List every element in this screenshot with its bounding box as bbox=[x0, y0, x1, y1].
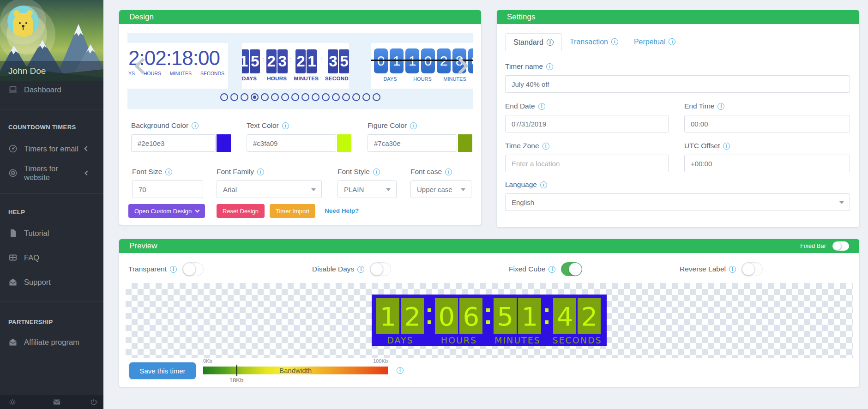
info-icon[interactable] bbox=[542, 143, 549, 150]
info-icon[interactable] bbox=[611, 38, 618, 45]
font-case-field: Font case Upper case bbox=[410, 167, 471, 198]
power-icon[interactable] bbox=[90, 398, 98, 406]
sidebar-item-faq[interactable]: FAQ bbox=[0, 247, 103, 268]
timer-design-slide-flip[interactable]: 15DAYS:23HOURS:21MINUTES:35SECONDS bbox=[242, 43, 349, 89]
carousel-dot[interactable] bbox=[251, 93, 259, 101]
countdown-group-label: SECONDS bbox=[552, 334, 602, 346]
info-icon[interactable] bbox=[729, 266, 736, 273]
transparent-toggle[interactable] bbox=[182, 262, 204, 276]
open-custom-design-button[interactable]: Open Custom Design bbox=[128, 204, 205, 218]
mail-icon[interactable] bbox=[53, 398, 61, 406]
tab-standard[interactable]: Standard bbox=[505, 33, 562, 51]
info-icon[interactable] bbox=[723, 143, 730, 150]
text-color-input[interactable] bbox=[247, 134, 336, 152]
carousel-dot[interactable] bbox=[291, 93, 299, 101]
carousel-dot[interactable] bbox=[312, 93, 319, 101]
utc-offset-field: UTC Offset bbox=[684, 141, 850, 172]
end-time-input[interactable] bbox=[684, 115, 850, 132]
tab-transaction[interactable]: Transaction bbox=[562, 33, 626, 51]
info-icon[interactable] bbox=[717, 103, 724, 110]
info-icon[interactable] bbox=[546, 63, 553, 70]
info-icon[interactable] bbox=[669, 38, 675, 45]
user-menu[interactable]: John Doe bbox=[0, 61, 103, 81]
design-carousel: 2:02:18:00 YS HOURS MINUTES SECONDS 15DA… bbox=[127, 33, 473, 109]
carousel-dot[interactable] bbox=[220, 93, 228, 101]
sidebar-item-label: Tutorial bbox=[24, 229, 49, 238]
info-icon[interactable] bbox=[373, 168, 380, 175]
figure-color-input[interactable] bbox=[368, 134, 457, 152]
sidebar-item-affiliate-program[interactable]: Affiliate program bbox=[0, 332, 103, 352]
info-icon[interactable] bbox=[357, 266, 364, 273]
flip-label: HOURS bbox=[267, 76, 287, 81]
sidebar-item-timers-for-website[interactable]: Timers for website bbox=[0, 163, 103, 183]
label-text: Timer name bbox=[505, 62, 543, 71]
timer-name-input[interactable] bbox=[505, 75, 850, 93]
info-icon[interactable] bbox=[549, 266, 555, 273]
text-color-swatch[interactable] bbox=[337, 134, 351, 152]
font-family-select[interactable]: Arial bbox=[217, 180, 322, 198]
save-timer-button[interactable]: Save this timer bbox=[129, 362, 196, 379]
carousel-dot[interactable] bbox=[352, 93, 360, 101]
info-icon[interactable] bbox=[410, 122, 417, 129]
utc-offset-input[interactable] bbox=[684, 155, 850, 172]
flip-digits: 35 bbox=[328, 49, 349, 73]
info-icon[interactable] bbox=[538, 103, 545, 110]
carousel-dot[interactable] bbox=[362, 93, 370, 101]
carousel-dot[interactable] bbox=[322, 93, 330, 101]
carousel-dot[interactable] bbox=[332, 93, 340, 101]
carousel-dot[interactable] bbox=[261, 93, 269, 101]
fixed-bar-toggle[interactable] bbox=[832, 241, 849, 251]
label-text: Figure Color bbox=[368, 121, 407, 130]
disable-days-toggle[interactable] bbox=[370, 262, 391, 276]
info-icon[interactable] bbox=[397, 367, 404, 374]
timer-import-button[interactable]: Timer Import bbox=[270, 204, 315, 218]
avatar-bear-eye bbox=[19, 22, 21, 24]
flip-label: SECONDS bbox=[325, 76, 349, 81]
roller-label: SECO bbox=[471, 76, 473, 82]
bandwidth-bar: Bandwidth 18Kb bbox=[203, 367, 388, 374]
info-icon[interactable] bbox=[282, 122, 289, 129]
sidebar-item-dashboard[interactable]: Dashboard bbox=[0, 79, 103, 100]
avatar[interactable] bbox=[7, 6, 39, 37]
font-size-input[interactable] bbox=[132, 180, 203, 198]
end-date-input[interactable] bbox=[505, 115, 669, 132]
label-text: End Date bbox=[505, 102, 535, 110]
reset-design-button[interactable]: Reset Design bbox=[217, 204, 265, 218]
time-zone-label: Time Zone bbox=[505, 141, 669, 150]
sidebar-item-timers-for-email[interactable]: Timers for email bbox=[0, 138, 103, 159]
roller-digit: 2 bbox=[437, 48, 451, 73]
tab-perpetual[interactable]: Perpetual bbox=[626, 33, 684, 51]
info-icon[interactable] bbox=[547, 39, 554, 46]
carousel-dot[interactable] bbox=[230, 93, 238, 101]
fixed-cube-toggle[interactable] bbox=[561, 262, 582, 276]
info-icon[interactable] bbox=[165, 168, 172, 175]
carousel-dot[interactable] bbox=[301, 93, 309, 101]
sidebar-item-tutorial[interactable]: Tutorial bbox=[0, 223, 103, 243]
carousel-dot[interactable] bbox=[271, 93, 279, 101]
need-help-link[interactable]: Need Help? bbox=[325, 204, 359, 218]
button-label: Timer Import bbox=[276, 208, 309, 215]
time-zone-input[interactable] bbox=[505, 155, 669, 172]
carousel-dot[interactable] bbox=[281, 93, 289, 101]
language-select[interactable]: English bbox=[505, 193, 850, 211]
label-text: Language bbox=[505, 180, 537, 189]
sidebar-item-support[interactable]: Support bbox=[0, 272, 103, 292]
info-icon[interactable] bbox=[192, 122, 199, 129]
slide3-labels: DAYSHOURSMINUTESSECO bbox=[374, 76, 473, 82]
figure-color-swatch[interactable] bbox=[458, 134, 472, 152]
font-case-select[interactable]: Upper case bbox=[410, 180, 471, 198]
gear-icon[interactable] bbox=[8, 398, 17, 406]
font-style-select[interactable]: PLAIN bbox=[338, 180, 397, 198]
countdown-group: 12DAYS bbox=[376, 298, 424, 346]
reverse-label-toggle[interactable] bbox=[741, 262, 763, 276]
info-icon[interactable] bbox=[257, 168, 264, 175]
carousel-dot[interactable] bbox=[241, 93, 248, 101]
info-icon[interactable] bbox=[170, 266, 177, 273]
carousel-dot[interactable] bbox=[373, 93, 380, 101]
carousel-dot[interactable] bbox=[342, 93, 350, 101]
end-date-label: End Date bbox=[505, 102, 669, 111]
background-color-swatch[interactable] bbox=[217, 134, 231, 152]
info-icon[interactable] bbox=[540, 181, 547, 188]
background-color-input[interactable] bbox=[131, 134, 216, 152]
info-icon[interactable] bbox=[445, 168, 452, 175]
